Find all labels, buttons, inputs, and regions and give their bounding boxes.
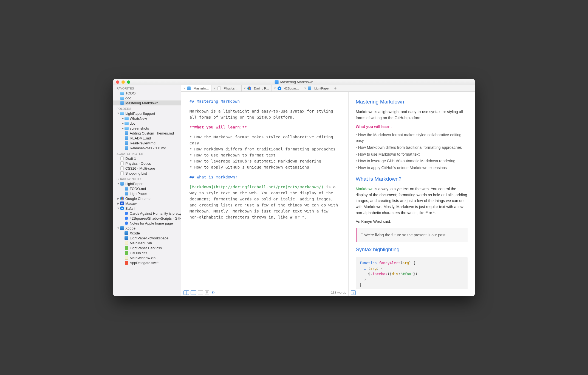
disclosure-icon[interactable]: ▼ [117,207,120,210]
sidebar-item[interactable]: ▼LightPaperSupport [113,111,181,116]
tab[interactable]: ×Physics -… [211,85,242,91]
tab[interactable]: ×LightPaper [302,85,332,91]
disclosure-icon[interactable]: ▼ [117,227,120,230]
sidebar-item[interactable]: ▶doc [113,121,181,126]
tab[interactable]: ×Daring Fir… [242,85,272,91]
disclosure-icon[interactable]: ▶ [117,197,120,200]
file-icon [120,156,124,160]
reading-mode-button[interactable]: R [205,290,209,295]
sidebar-item-label: Xcode [130,231,140,235]
sidebar-item[interactable]: ▶Google Chrome [113,196,181,201]
sidebar-item[interactable]: LightPaper [113,191,181,196]
sidebar-item[interactable]: MainWindow.xib [113,255,181,260]
sidebar-item[interactable]: Physics - Optics [113,161,181,166]
sidebar-item[interactable]: RealPreview.md [113,141,181,145]
xcode-icon [124,236,129,240]
close-tab-icon[interactable]: × [304,86,306,90]
close-tab-icon[interactable]: × [274,86,276,90]
sidebar-item[interactable]: Shopping List [113,171,181,176]
section-shadow: SHADOW NOTES [113,176,181,181]
layout-right-button[interactable] [191,290,196,295]
tab[interactable]: ×42Square… [272,85,302,91]
xcode-icon [124,231,129,235]
minimize-window-button[interactable] [121,80,125,84]
sidebar-item[interactable]: TODO.md [113,186,181,191]
word-count: 138 words [331,291,346,295]
layout-full-button[interactable] [198,290,203,295]
traffic-lights [113,80,130,84]
disclosure-icon[interactable]: ▶ [121,117,124,120]
section-scratch: SCRATCH NOTES [113,150,181,156]
sidebar-item[interactable]: TODO [113,91,181,96]
sidebar-item-label: LightPaperSupport [125,111,155,116]
sidebar-item[interactable]: LightPaper Dark.css [113,245,181,250]
disclosure-icon[interactable]: ▼ [117,182,120,185]
sidebar-item[interactable]: Notes for Apple home page [113,221,181,226]
sidebar-item[interactable]: AppDelegate.swift [113,260,181,265]
sidebar-item-label: Macaw [125,202,137,206]
sidebar-item[interactable]: ▼Safari [113,206,181,211]
sidebar-item[interactable]: ▶WhatsNew [113,116,181,121]
zoom-window-button[interactable] [127,80,130,84]
folder-icon [124,126,129,130]
sidebar-item[interactable]: 42Squares/ShadowScripts · GitHub [113,216,181,221]
editor-heading: ## Mastering Markdown [190,99,240,103]
close-window-button[interactable] [116,80,119,84]
app-window: Mastering Markdown FAVORITES TODOdocMast… [113,79,475,296]
sidebar-item-label: MainMenu.xib [130,241,152,245]
lp-icon [120,182,124,186]
list-item: How to use Markdown to format text [356,152,468,158]
sidebar-item[interactable]: Xcode [113,231,181,236]
close-tab-icon[interactable]: × [244,86,246,90]
plain-icon [217,86,221,90]
preview-paragraph: As Kanye West said: [356,219,468,225]
sidebar-item-label: 42Squares/ShadowScripts · GitHub [130,216,181,220]
preview-paragraph: Markdown is a lightweight and easy-to-us… [356,109,468,121]
sidebar-item[interactable]: Cards Against Humanity is pretty… [113,211,181,216]
sidebar-item[interactable]: ▶screenshots [113,126,181,131]
sidebar-item[interactable]: README.md [113,136,181,141]
sidebar-item-label: AppDelegate.swift [130,261,159,265]
sync-scroll-button[interactable]: ↕ [351,290,356,295]
sidebar-item[interactable]: Draft 1 [113,156,181,161]
preview-toggle-button[interactable]: 👁 [211,290,215,295]
new-tab-button[interactable]: + [332,85,339,91]
sidebar-item[interactable]: CS316 - Multi-core [113,166,181,171]
file-icon [124,146,129,150]
disclosure-icon[interactable]: ▶ [121,127,124,130]
list-item: How Markdown differs from traditional fo… [356,145,468,151]
tab-label: Daring Fir… [254,87,269,90]
safari-icon [277,86,282,90]
folder-icon [124,116,129,120]
disclosure-icon[interactable]: ▶ [121,122,124,125]
sidebar-item-label: README.md [130,136,151,140]
sidebar-item[interactable]: ▶MMacaw [113,201,181,206]
sidebar-item[interactable]: Adding Custom Themes.md [113,131,181,136]
disclosure-icon[interactable]: ▶ [117,202,120,205]
disclosure-icon[interactable]: ▼ [117,112,120,115]
sidebar-item[interactable]: GitHub.css [113,250,181,255]
sidebar-item[interactable]: MainMenu.xib [113,240,181,245]
close-tab-icon[interactable]: × [214,86,216,90]
tab[interactable]: ×Mastering Mar… [181,85,211,91]
sidebar-item[interactable]: doc [113,96,181,100]
sidebar-item[interactable]: ▼Xcode [113,226,181,231]
sidebar-item-label: LightPaper [125,182,143,186]
sidebar-item[interactable]: Mastering Markdown [113,100,181,105]
preview-link[interactable]: Markdown [356,187,374,191]
sidebar-item-label: Google Chrome [125,197,151,201]
sidebar-item[interactable]: LightPaper.xcworkspace [113,236,181,240]
sidebar-item-label: Mastering Markdown [125,101,159,105]
section-folders: FOLDERS [113,105,181,111]
sidebar-item[interactable]: ReleaseNotes - 1.0.md [113,145,181,150]
file-icon [120,161,124,165]
css-icon [124,251,129,255]
sidebar-item[interactable]: ▼LightPaper [113,181,181,186]
sidebar-item-label: TODO.md [130,187,146,191]
file-icon [124,131,129,135]
layout-left-button[interactable] [183,290,189,295]
tab-bar: ×Mastering Mar…×Physics -…×Daring Fir…×4… [181,85,475,92]
editor-pane[interactable]: ## Mastering Markdown Markdown is a ligh… [181,92,349,289]
web-icon [124,216,129,220]
close-tab-icon[interactable]: × [183,86,185,90]
